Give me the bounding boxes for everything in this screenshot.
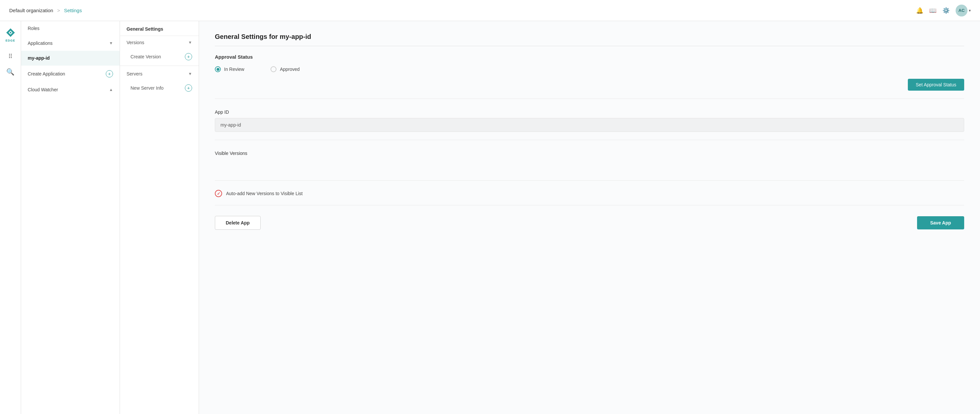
cloud-watcher-chevron: ▲	[109, 88, 113, 92]
visible-versions-label: Visible Versions	[215, 151, 964, 156]
search-icon[interactable]: 🔍	[6, 68, 14, 76]
breadcrumb-separator: >	[57, 8, 60, 13]
save-app-button[interactable]: Save App	[917, 216, 964, 229]
org-label[interactable]: Default organization	[9, 8, 53, 13]
radio-approved[interactable]: Approved	[270, 66, 299, 72]
mid-divider-1	[120, 65, 199, 66]
mid-item-versions[interactable]: Versions ▼	[120, 36, 199, 49]
nav-sidebar: Roles Applications ▼ my-app-id Create Ap…	[21, 21, 120, 414]
checkmark-icon: ✓	[217, 191, 220, 196]
auto-add-label: Auto-add New Versions to Visible List	[226, 191, 302, 196]
avatar-chevron: ▾	[969, 8, 971, 13]
footer-actions: Delete App Save App	[215, 216, 964, 230]
create-application-label: Create Application	[28, 71, 106, 76]
mid-sidebar-header: General Settings	[120, 21, 199, 36]
applications-label: Applications	[28, 41, 109, 46]
mid-item-new-server-info[interactable]: New Server Info +	[120, 80, 199, 96]
new-server-info-plus-icon[interactable]: +	[185, 84, 192, 92]
visible-versions-section: Visible Versions	[215, 151, 964, 181]
my-app-id-label: my-app-id	[28, 56, 113, 61]
icon-sidebar: EDGE ⠿ 🔍	[0, 21, 21, 414]
sidebar-item-roles[interactable]: Roles	[21, 21, 119, 36]
in-review-label: In Review	[224, 67, 244, 72]
app-id-label: App ID	[215, 110, 964, 115]
applications-chevron: ▼	[109, 41, 113, 46]
sidebar-item-create-application[interactable]: Create Application +	[21, 65, 119, 83]
servers-label: Servers	[127, 71, 188, 76]
approved-label: Approved	[280, 67, 299, 72]
radio-in-review[interactable]: In Review	[215, 66, 244, 72]
app-header: Default organization > Settings 🔔 📖 ⚙️ A…	[0, 0, 980, 21]
header-actions: 🔔 📖 ⚙️ AC ▾	[916, 5, 971, 16]
main-layout: EDGE ⠿ 🔍 Roles Applications ▼ my-app-id …	[0, 21, 980, 414]
sidebar-item-applications[interactable]: Applications ▼	[21, 36, 119, 51]
auto-add-check-icon: ✓	[215, 190, 222, 197]
versions-chevron: ▼	[188, 40, 192, 45]
book-icon[interactable]: 📖	[929, 7, 937, 14]
set-approval-status-button[interactable]: Set Approval Status	[908, 79, 964, 91]
create-version-label: Create Version	[130, 54, 185, 59]
servers-chevron: ▼	[188, 72, 192, 76]
approval-status-heading: Approval Status	[215, 54, 964, 60]
content-title: General Settings for my-app-id	[215, 33, 964, 46]
auto-add-checkbox[interactable]: ✓ Auto-add New Versions to Visible List	[215, 190, 964, 197]
roles-label: Roles	[28, 26, 113, 31]
header-breadcrumb: Default organization > Settings	[9, 8, 82, 13]
mid-item-servers[interactable]: Servers ▼	[120, 67, 199, 80]
approval-footer: Set Approval Status	[215, 79, 964, 91]
app-id-section: App ID	[215, 110, 964, 140]
gear-icon[interactable]: ⚙️	[942, 7, 950, 14]
versions-label: Versions	[127, 40, 188, 45]
logo-text: EDGE	[6, 39, 16, 42]
logo: EDGE	[6, 28, 16, 42]
mid-sidebar: General Settings Versions ▼ Create Versi…	[120, 21, 199, 414]
radio-circle-in-review	[215, 66, 221, 72]
avatar-wrapper[interactable]: AC ▾	[956, 5, 971, 16]
approval-radio-group: In Review Approved	[215, 66, 964, 72]
approval-status-section: Approval Status In Review Approved Set A…	[215, 54, 964, 99]
auto-add-section: ✓ Auto-add New Versions to Visible List	[215, 190, 964, 205]
apps-icon[interactable]: ⠿	[8, 53, 13, 60]
sidebar-item-my-app-id[interactable]: my-app-id	[21, 51, 119, 65]
new-server-info-label: New Server Info	[130, 85, 185, 91]
versions-area	[215, 159, 964, 172]
avatar[interactable]: AC	[956, 5, 967, 16]
delete-app-button[interactable]: Delete App	[215, 216, 261, 230]
mid-item-create-version[interactable]: Create Version +	[120, 49, 199, 64]
radio-circle-approved	[270, 66, 277, 72]
cloud-watcher-label: Cloud Watcher	[28, 87, 109, 92]
app-id-input[interactable]	[215, 118, 964, 132]
logo-diamond-icon	[6, 28, 16, 38]
main-content: General Settings for my-app-id Approval …	[199, 21, 980, 414]
bell-icon[interactable]: 🔔	[916, 7, 923, 14]
sidebar-item-cloud-watcher[interactable]: Cloud Watcher ▲	[21, 83, 119, 97]
page-title: Settings	[64, 8, 82, 13]
create-version-plus-icon[interactable]: +	[185, 53, 192, 61]
create-application-plus-icon[interactable]: +	[106, 70, 113, 78]
